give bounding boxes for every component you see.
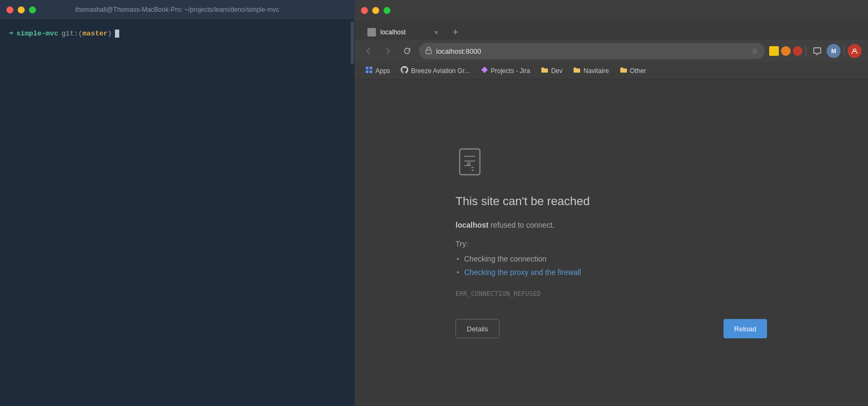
- lock-icon: [425, 47, 432, 56]
- url-bar[interactable]: localhost:8000 ☆: [419, 43, 765, 59]
- prompt-arrow: ➜: [9, 28, 13, 39]
- svg-line-18: [470, 162, 471, 163]
- svg-rect-7: [366, 70, 368, 73]
- svg-line-17: [467, 162, 468, 163]
- prompt-git-label: git:(master): [61, 28, 112, 39]
- browser-close-button[interactable]: [361, 7, 368, 14]
- tab-close-button[interactable]: ✕: [432, 28, 440, 37]
- bookmark-apps-label: Apps: [375, 67, 390, 75]
- error-code: ERR_CONNECTION_REFUSED: [455, 290, 767, 298]
- url-text: localhost:8000: [436, 47, 747, 55]
- git-label: git:: [61, 30, 78, 38]
- terminal-cursor: [115, 30, 119, 38]
- browser-minimize-button[interactable]: [372, 7, 379, 14]
- error-host: localhost: [455, 221, 488, 229]
- red-icon[interactable]: [793, 46, 802, 56]
- terminal-minimize-button[interactable]: [18, 6, 25, 13]
- terminal-scrollbar[interactable]: [350, 19, 355, 406]
- svg-rect-10: [460, 149, 480, 175]
- bookmarks-bar: Apps Breeze Aviation Gr... Projects - Ji…: [355, 62, 868, 79]
- yellow-icon[interactable]: [769, 46, 779, 56]
- address-bar: localhost:8000 ☆ M: [355, 40, 868, 62]
- error-subtitle-rest: refused to connect.: [488, 221, 554, 229]
- user-avatar-red-btn[interactable]: [848, 44, 862, 58]
- bookmark-jira[interactable]: Projects - Jira: [476, 64, 534, 77]
- chat-icon-btn[interactable]: [809, 44, 824, 59]
- active-tab[interactable]: localhost ✕: [361, 25, 447, 40]
- bookmark-other[interactable]: Other: [616, 64, 650, 77]
- terminal-titlebar: thomashall@Thomass-MacBook-Pro: ~/projec…: [0, 0, 355, 19]
- orange-icon[interactable]: [781, 46, 791, 56]
- terminal-panel: thomashall@Thomass-MacBook-Pro: ~/projec…: [0, 0, 355, 406]
- error-title: This site can't be reached: [455, 194, 767, 208]
- github-icon: [401, 66, 408, 75]
- back-button[interactable]: [361, 44, 376, 59]
- bookmark-navitaire-label: Navitaire: [583, 67, 609, 75]
- navitaire-folder-icon: [573, 66, 581, 75]
- bookmark-navitaire[interactable]: Navitaire: [569, 64, 613, 77]
- terminal-prompt-line: ➜ simple-mvc git:(master): [9, 28, 346, 39]
- prompt-directory: simple-mvc: [16, 28, 58, 39]
- apps-grid-icon: [365, 66, 373, 75]
- browser-content: This site can't be reached localhost ref…: [355, 79, 868, 406]
- toolbar-divider: [806, 46, 806, 56]
- reload-button[interactable]: [400, 44, 415, 59]
- reload-button[interactable]: Reload: [724, 319, 767, 338]
- suggestion-proxy: Checking the proxy and the firewall: [464, 266, 767, 279]
- tab-title: localhost: [380, 28, 406, 36]
- forward-button[interactable]: [380, 44, 395, 59]
- error-suggestions-list: Checking the connection Checking the pro…: [455, 252, 767, 279]
- star-icon[interactable]: ☆: [751, 47, 758, 55]
- terminal-close-button[interactable]: [6, 6, 13, 13]
- error-container: This site can't be reached localhost ref…: [455, 147, 767, 320]
- terminal-scrollbar-thumb: [351, 21, 354, 64]
- error-page-icon: [455, 147, 488, 179]
- svg-rect-6: [370, 67, 372, 69]
- bookmark-other-label: Other: [630, 67, 646, 75]
- error-try-label: Try:: [455, 240, 767, 248]
- terminal-title: thomashall@Thomass-MacBook-Pro: ~/projec…: [75, 6, 279, 13]
- terminal-body[interactable]: ➜ simple-mvc git:(master): [0, 19, 355, 406]
- svg-rect-3: [426, 50, 431, 54]
- new-tab-button[interactable]: +: [448, 25, 463, 40]
- bookmark-apps[interactable]: Apps: [361, 64, 394, 77]
- suggestion-proxy-link[interactable]: Checking the proxy and the firewall: [464, 268, 581, 277]
- browser-panel: localhost ✕ + localhost:8000 ☆: [355, 0, 868, 406]
- bookmark-dev-label: Dev: [551, 67, 562, 75]
- other-folder-icon: [620, 66, 627, 75]
- browser-titlebar: [355, 0, 868, 20]
- svg-rect-8: [370, 70, 372, 73]
- bookmark-jira-label: Projects - Jira: [491, 67, 530, 75]
- svg-rect-5: [366, 67, 368, 69]
- browser-maximize-button[interactable]: [384, 7, 390, 14]
- bookmark-dev[interactable]: Dev: [537, 64, 567, 77]
- bookmark-github-label: Breeze Aviation Gr...: [411, 67, 469, 75]
- toolbar-divider-2: [844, 46, 844, 56]
- svg-marker-9: [481, 67, 488, 73]
- bookmark-github[interactable]: Breeze Aviation Gr...: [396, 64, 474, 77]
- dev-folder-icon: [541, 66, 548, 75]
- browser-traffic-lights: [361, 7, 390, 14]
- tab-favicon: [367, 28, 376, 37]
- error-subtitle: localhost refused to connect.: [455, 219, 767, 231]
- details-button[interactable]: Details: [455, 319, 500, 338]
- git-close: ): [107, 30, 112, 38]
- user-avatar-btn[interactable]: M: [827, 44, 841, 58]
- svg-point-14: [472, 169, 473, 171]
- terminal-maximize-button[interactable]: [29, 6, 36, 13]
- jira-diamond-icon: [481, 66, 488, 75]
- git-branch: master: [82, 30, 107, 38]
- toolbar-right: M: [769, 44, 862, 59]
- tab-bar: localhost ✕ +: [355, 20, 868, 40]
- suggestion-connection: Checking the connection: [464, 252, 767, 266]
- error-actions: Details Reload: [455, 319, 767, 338]
